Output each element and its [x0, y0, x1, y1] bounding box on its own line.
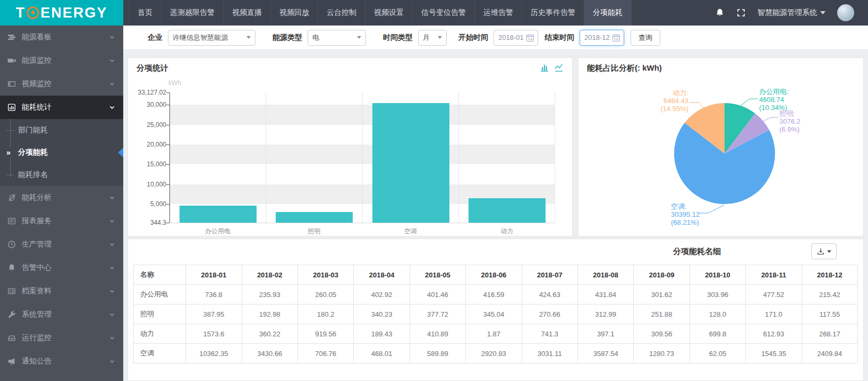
table-header-cell: 2018-11 — [746, 265, 802, 285]
end-date-input[interactable] — [584, 33, 612, 41]
bar-chart-toggle-icon[interactable] — [540, 63, 549, 72]
company-label: 企业 — [148, 33, 163, 43]
bar-办公用电[interactable] — [180, 206, 257, 223]
sidebar-item-label: 能耗分析 — [22, 193, 52, 202]
sidebar-item[interactable]: 能耗分析 — [0, 186, 123, 209]
bell-icon — [7, 264, 16, 272]
sidebar-subitem[interactable]: 能耗排名 — [0, 164, 123, 186]
topbar-right: 智慧能源管理系统 — [715, 0, 868, 26]
company-select-value: 许继信息智慧能源 — [173, 33, 228, 43]
top-nav-tab[interactable]: 视频回放 — [270, 0, 318, 26]
tree-stub-line — [6, 130, 14, 131]
top-nav-tab[interactable]: 运维告警 — [474, 0, 522, 26]
top-nav-tab[interactable]: 分项能耗 — [584, 0, 632, 26]
bar-照明[interactable] — [276, 212, 353, 223]
sidebar-item[interactable]: 报表服务 — [0, 209, 123, 233]
sidebar-item[interactable]: 能源看板 — [0, 26, 123, 49]
main-content: 企业 许继信息智慧能源 能源类型 电 时间类型 月 开始时间 — [123, 26, 868, 381]
value-cell: 1280.73 — [634, 344, 690, 363]
value-cell: 312.99 — [577, 304, 633, 324]
value-cell: 340.23 — [354, 304, 410, 324]
pie-label-办公用电: 办公用电:4608.74(10.34%) — [759, 88, 789, 112]
table-header-row: 名称2018-012018-022018-032018-042018-05201… — [134, 265, 858, 285]
value-cell: 589.89 — [410, 344, 465, 363]
value-cell: 699.8 — [690, 324, 745, 344]
top-nav-tab[interactable]: 历史事件告警 — [522, 0, 584, 26]
value-cell: 303.96 — [690, 285, 745, 304]
value-cell: 416.59 — [466, 285, 522, 304]
top-nav-tab[interactable]: 云台控制 — [318, 0, 365, 26]
sidebar-item[interactable]: 视频监控 — [0, 72, 123, 96]
time-type-label: 时间类型 — [383, 33, 413, 43]
sidebar-item[interactable]: 生产管理 — [0, 233, 123, 256]
table-toolbar: 分项能耗名细 — [128, 239, 863, 264]
camera-icon — [7, 56, 16, 65]
sidebar-item[interactable]: 运行监控 — [0, 326, 123, 350]
pie-chart-title: 能耗占比分析(: kWh) — [587, 63, 662, 73]
line-chart-toggle-icon[interactable] — [554, 63, 564, 72]
time-type-select-value: 月 — [423, 33, 430, 43]
start-date-input[interactable] — [498, 33, 526, 41]
value-cell: 741.3 — [522, 324, 577, 344]
pie-label-line — [763, 117, 778, 121]
sidebar-subitem[interactable]: »分项能耗 — [0, 141, 123, 164]
calendar-icon[interactable] — [526, 33, 534, 42]
value-cell: 402.92 — [354, 285, 410, 304]
energy-type-select[interactable]: 电 — [308, 30, 366, 46]
calendar-icon[interactable] — [612, 33, 620, 42]
value-cell: 397.1 — [577, 324, 633, 344]
sidebar-item[interactable]: 告警中心 — [0, 256, 123, 280]
y-tick-label: 344.3 — [128, 219, 166, 226]
top-nav-tab[interactable]: 视频直播 — [223, 0, 270, 26]
sidebar-item[interactable]: 档案资料 — [0, 280, 123, 303]
monitor-icon — [7, 334, 16, 342]
notification-bell-icon[interactable] — [715, 8, 725, 18]
bar-动力[interactable] — [469, 198, 546, 223]
fullscreen-icon[interactable] — [736, 8, 746, 18]
top-nav-tab[interactable]: 遥测越限告警 — [161, 0, 223, 26]
bar-空调[interactable] — [372, 103, 449, 223]
chevron-down-icon — [108, 194, 116, 201]
pie-label-空调: 空调:30395.12(68.21%) — [671, 202, 700, 226]
app-window: TENERGY 首页遥测越限告警视频直播视频回放云台控制视频设置信号变位告警运维… — [0, 0, 868, 381]
time-type-select[interactable]: 月 — [418, 30, 447, 46]
x-axis-line — [169, 223, 555, 223]
start-date-input-box[interactable] — [493, 30, 538, 46]
company-select[interactable]: 许继信息智慧能源 — [168, 30, 256, 46]
sidebar-item[interactable]: 能耗统计 — [0, 96, 123, 119]
end-date-input-box[interactable] — [580, 30, 624, 46]
chevron-down-icon — [108, 80, 116, 88]
sidebar-item[interactable]: 通知公告 — [0, 350, 123, 373]
value-cell: 736.8 — [186, 285, 242, 304]
sidebar-item-label: 告警中心 — [22, 263, 52, 273]
top-nav-tab[interactable]: 首页 — [129, 0, 161, 26]
value-cell: 128.0 — [690, 304, 745, 324]
sidebar-item-label: 能耗统计 — [22, 103, 52, 112]
row-name-cell: 照明 — [134, 304, 186, 324]
top-nav-tab[interactable]: 视频设置 — [365, 0, 412, 26]
sidebar-item[interactable]: 系统管理 — [0, 303, 123, 326]
bar-chart-title: 分项统计 — [137, 63, 168, 73]
top-nav: 首页遥测越限告警视频直播视频回放云台控制视频设置信号变位告警运维告警历史事件告警… — [123, 0, 632, 26]
table-header-cell: 2018-01 — [186, 265, 242, 285]
export-button[interactable] — [811, 243, 837, 259]
grid-band — [170, 92, 555, 105]
y-axis-unit-label: kWh — [144, 79, 181, 87]
table-row: 办公用电736.8235.93260.05402.92401.46416.594… — [134, 285, 858, 304]
top-nav-tab[interactable]: 信号变位告警 — [412, 0, 474, 26]
sidebar-subitem[interactable]: 部门能耗 — [0, 119, 123, 141]
sidebar-item-label: 生产管理 — [22, 240, 52, 249]
brand-logo: TENERGY — [0, 0, 123, 26]
query-button[interactable]: 查询 — [631, 30, 660, 46]
value-cell: 377.72 — [410, 304, 465, 324]
user-system-menu[interactable]: 智慧能源管理系统 — [758, 8, 826, 18]
chevron-down-icon — [108, 241, 116, 248]
start-time-label: 开始时间 — [458, 33, 488, 43]
chevron-down-icon — [108, 358, 116, 365]
avatar[interactable] — [837, 4, 854, 21]
pie-label-line — [741, 99, 758, 106]
value-cell: 360.22 — [242, 324, 297, 344]
y-tick-label: 25,000 — [128, 121, 166, 129]
sidebar-item[interactable]: 能源监控 — [0, 49, 123, 72]
leaf-icon — [7, 193, 16, 202]
